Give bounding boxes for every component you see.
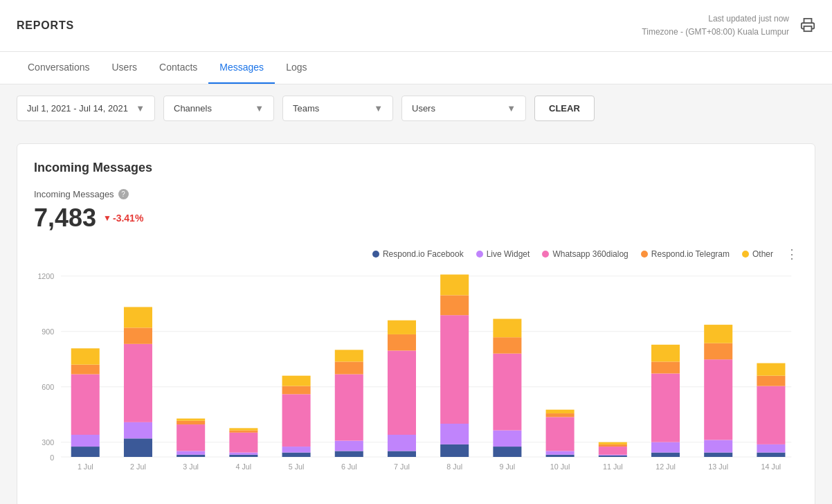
svg-rect-93 xyxy=(757,363,785,376)
svg-rect-55 xyxy=(440,316,469,424)
tab-logs[interactable]: Logs xyxy=(275,52,318,84)
svg-rect-32 xyxy=(229,431,257,433)
teams-placeholder: Teams xyxy=(293,103,319,114)
svg-text:11 Jul: 11 Jul xyxy=(603,462,623,471)
svg-rect-38 xyxy=(282,386,311,395)
svg-rect-27 xyxy=(177,419,205,421)
svg-rect-87 xyxy=(704,325,732,343)
svg-rect-61 xyxy=(493,354,521,431)
svg-rect-48 xyxy=(388,435,416,451)
legend-label-telegram: Respond.io Telegram xyxy=(651,249,730,259)
legend-label-whatsapp: Whatsapp 360dialog xyxy=(552,249,628,259)
bar-group-8jul: 8 Jul xyxy=(440,275,469,471)
metric-value-row: 7,483 ▼ -3.41% xyxy=(34,204,798,233)
svg-rect-79 xyxy=(651,374,680,442)
chart-svg: 1200 900 600 300 0 1 Jul xyxy=(34,269,798,490)
svg-rect-33 xyxy=(229,429,257,431)
svg-text:5 Jul: 5 Jul xyxy=(289,462,305,471)
svg-rect-81 xyxy=(651,345,680,362)
svg-text:14 Jul: 14 Jul xyxy=(761,462,781,471)
bar-group-13jul: 13 Jul xyxy=(704,325,732,471)
svg-rect-66 xyxy=(546,451,575,455)
tab-bar: Conversations Users Contacts Messages Lo… xyxy=(0,52,832,84)
svg-text:1 Jul: 1 Jul xyxy=(78,462,93,471)
print-icon[interactable] xyxy=(800,17,815,35)
bar-group-6jul: 6 Jul xyxy=(335,350,363,471)
tab-users[interactable]: Users xyxy=(101,52,149,84)
help-icon[interactable]: ? xyxy=(118,189,129,199)
more-options-icon[interactable]: ⋮ xyxy=(786,246,798,262)
last-updated: Last updated just now xyxy=(642,12,789,26)
incoming-messages-card: Incoming Messages Incoming Messages ? 7,… xyxy=(17,143,815,504)
svg-rect-69 xyxy=(546,410,575,413)
svg-rect-57 xyxy=(440,275,469,296)
teams-filter[interactable]: Teams ▼ xyxy=(282,96,393,121)
svg-rect-24 xyxy=(177,451,205,455)
bar-group-14jul: 14 Jul xyxy=(757,363,785,471)
bar-group-3jul: 3 Jul xyxy=(177,419,205,471)
legend-dot-other xyxy=(742,251,749,258)
svg-rect-19 xyxy=(124,344,152,422)
timezone: Timezone - (GMT+08:00) Kuala Lumpur xyxy=(642,26,789,39)
svg-text:600: 600 xyxy=(42,383,54,392)
metric-value-number: 7,483 xyxy=(34,204,96,233)
date-range-filter[interactable]: Jul 1, 2021 - Jul 14, 2021 ▼ xyxy=(17,96,155,121)
legend-dot-live-widget xyxy=(476,251,483,258)
legend-facebook: Respond.io Facebook xyxy=(372,249,464,259)
svg-text:1200: 1200 xyxy=(37,272,54,281)
bar-group-5jul: 5 Jul xyxy=(282,376,311,471)
svg-rect-42 xyxy=(335,441,363,451)
svg-text:7 Jul: 7 Jul xyxy=(394,462,410,471)
svg-rect-72 xyxy=(599,455,627,456)
svg-rect-23 xyxy=(177,455,205,457)
svg-rect-13 xyxy=(71,375,100,435)
svg-rect-91 xyxy=(757,386,785,444)
svg-text:6 Jul: 6 Jul xyxy=(341,462,357,471)
svg-text:900: 900 xyxy=(42,327,54,336)
svg-rect-29 xyxy=(229,455,257,457)
tab-messages[interactable]: Messages xyxy=(208,52,275,84)
legend-dot-telegram xyxy=(641,251,648,258)
legend-other: Other xyxy=(742,249,773,259)
svg-text:9 Jul: 9 Jul xyxy=(500,462,516,471)
bar-group-11jul: 11 Jul xyxy=(599,442,627,471)
users-filter[interactable]: Users ▼ xyxy=(401,96,526,121)
svg-rect-90 xyxy=(757,444,785,453)
bar-group-9jul: 9 Jul xyxy=(493,319,521,471)
svg-rect-26 xyxy=(177,421,205,424)
svg-rect-65 xyxy=(546,455,575,457)
legend-whatsapp: Whatsapp 360dialog xyxy=(542,249,628,259)
bar-group-1jul: 1 Jul xyxy=(71,349,100,471)
bar-group-4jul: 4 Jul xyxy=(229,429,257,471)
svg-rect-41 xyxy=(335,451,363,458)
main-content: Incoming Messages Incoming Messages ? 7,… xyxy=(0,132,832,504)
chart-legend: Respond.io Facebook Live Widget Whatsapp… xyxy=(34,246,798,262)
teams-chevron: ▼ xyxy=(374,103,383,114)
metric-label-row: Incoming Messages ? xyxy=(34,189,798,199)
down-arrow-icon: ▼ xyxy=(103,213,111,223)
svg-rect-84 xyxy=(704,440,732,453)
svg-rect-35 xyxy=(282,453,311,457)
svg-rect-15 xyxy=(71,349,100,365)
svg-rect-85 xyxy=(704,360,732,440)
svg-text:13 Jul: 13 Jul xyxy=(708,462,728,471)
metric-change-value: -3.41% xyxy=(113,213,143,224)
svg-text:4 Jul: 4 Jul xyxy=(236,462,252,471)
svg-rect-37 xyxy=(282,395,311,447)
legend-dot-whatsapp xyxy=(542,251,549,258)
tab-conversations[interactable]: Conversations xyxy=(17,52,101,84)
channels-filter[interactable]: Channels ▼ xyxy=(163,96,274,121)
svg-rect-53 xyxy=(440,444,469,457)
clear-button[interactable]: CLEAR xyxy=(534,96,595,121)
svg-rect-0 xyxy=(804,26,812,31)
svg-rect-20 xyxy=(124,328,152,344)
tab-contacts[interactable]: Contacts xyxy=(148,52,208,84)
metric-change: ▼ -3.41% xyxy=(103,213,143,224)
svg-text:300: 300 xyxy=(42,438,54,447)
svg-rect-47 xyxy=(388,451,416,458)
bar-group-12jul: 12 Jul xyxy=(651,345,680,471)
svg-rect-80 xyxy=(651,362,680,374)
svg-rect-71 xyxy=(599,456,627,457)
svg-rect-43 xyxy=(335,375,363,441)
svg-rect-77 xyxy=(651,453,680,457)
